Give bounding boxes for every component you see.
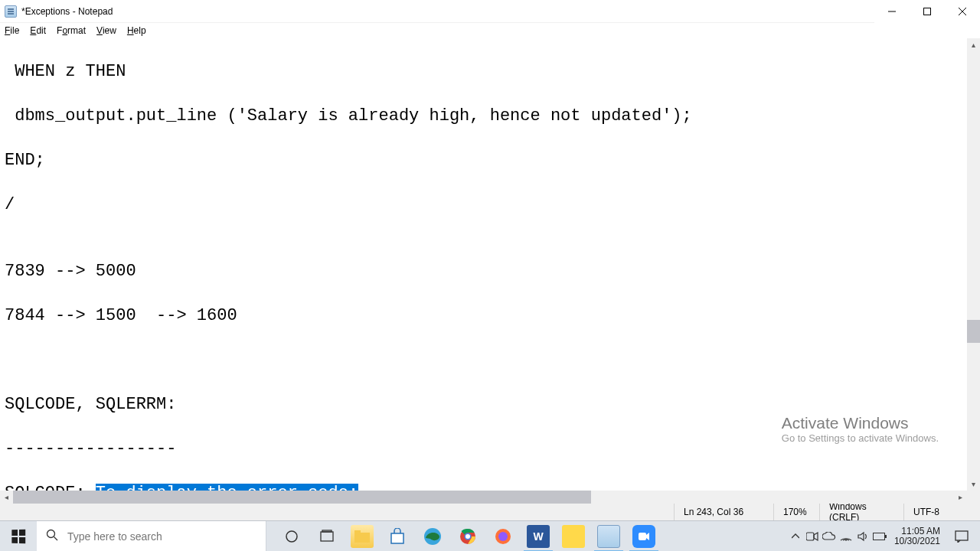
svg-rect-20: [873, 533, 884, 540]
tray-chevron-icon[interactable]: [787, 521, 804, 552]
search-box[interactable]: Type here to search: [37, 521, 266, 552]
svg-rect-19: [806, 533, 814, 540]
menubar: File Edit Format View Help: [0, 23, 980, 38]
vertical-scrollbar[interactable]: ▴ ▾: [967, 38, 980, 491]
encoding: UTF-8: [903, 504, 980, 520]
text-content[interactable]: WHEN z THEN dbms_output.put_line ('Salar…: [5, 38, 967, 491]
start-button[interactable]: [0, 521, 37, 552]
scroll-right-icon[interactable]: ▸: [954, 491, 967, 504]
svg-line-5: [54, 536, 58, 540]
edge-button[interactable]: [415, 521, 450, 552]
menu-help[interactable]: Help: [127, 25, 146, 36]
notepad-button[interactable]: [591, 521, 626, 552]
onedrive-icon[interactable]: [821, 521, 838, 552]
menu-file[interactable]: File: [5, 25, 19, 36]
chrome-button[interactable]: [450, 521, 485, 552]
code-line: -----------------: [5, 438, 967, 460]
horizontal-scrollbar[interactable]: ◂ ▸: [0, 491, 967, 504]
zoom-button[interactable]: [626, 521, 662, 552]
notifications-button[interactable]: [946, 521, 977, 552]
system-tray: 11:05 AM 10/30/2021: [787, 521, 980, 552]
svg-rect-10: [354, 530, 361, 534]
svg-rect-11: [391, 533, 403, 543]
zoom-level: 170%: [773, 504, 819, 520]
cortana-button[interactable]: [309, 521, 345, 552]
svg-rect-21: [885, 535, 887, 538]
clock-date: 10/30/2021: [894, 536, 940, 546]
svg-rect-8: [322, 530, 332, 532]
menu-view[interactable]: View: [96, 25, 116, 36]
app-icon: [5, 5, 17, 18]
svg-point-17: [498, 532, 508, 541]
search-icon: [46, 529, 58, 544]
close-button[interactable]: [945, 0, 980, 23]
code-line: END;: [5, 149, 967, 171]
code-line: /: [5, 194, 967, 216]
titlebar: *Exceptions - Notepad: [0, 0, 980, 23]
statusbar: Ln 243, Col 36 170% Windows (CRLF) UTF-8: [0, 504, 980, 520]
scroll-up-icon[interactable]: ▴: [967, 38, 980, 51]
file-explorer-button[interactable]: [345, 521, 380, 552]
svg-point-6: [286, 531, 297, 542]
editor-area[interactable]: WHEN z THEN dbms_output.put_line ('Salar…: [0, 38, 980, 504]
scroll-thumb[interactable]: [967, 320, 980, 343]
word-button[interactable]: W: [521, 521, 556, 552]
svg-point-4: [47, 530, 55, 537]
sticky-notes-button[interactable]: [556, 521, 591, 552]
code-line: SQLCODE, SQLERRM:: [5, 393, 967, 416]
menu-edit[interactable]: Edit: [30, 25, 46, 36]
svg-rect-1: [924, 8, 931, 15]
scroll-thumb[interactable]: [13, 491, 591, 504]
scroll-left-icon[interactable]: ◂: [0, 491, 13, 504]
taskbar: Type here to search W 11:05 AM 10/30/20: [0, 520, 980, 551]
store-button[interactable]: [380, 521, 415, 552]
meet-now-icon[interactable]: [804, 521, 821, 552]
svg-rect-18: [639, 533, 646, 540]
network-icon[interactable]: [838, 521, 854, 552]
code-line: 7839 --> 5000: [5, 260, 967, 282]
search-placeholder: Type here to search: [67, 530, 162, 543]
clock[interactable]: 11:05 AM 10/30/2021: [888, 527, 946, 546]
minimize-button[interactable]: [874, 0, 910, 23]
code-line: WHEN z THEN: [5, 60, 967, 83]
windows-icon: [11, 529, 25, 543]
maximize-button[interactable]: [910, 0, 945, 23]
task-view-button[interactable]: [274, 521, 309, 552]
clock-time: 11:05 AM: [894, 527, 940, 536]
svg-point-15: [466, 534, 470, 539]
code-line: dbms_output.put_line ('Salary is already…: [5, 105, 967, 127]
svg-rect-7: [321, 532, 333, 541]
volume-icon[interactable]: [854, 521, 871, 552]
line-ending: Windows (CRLF): [819, 504, 903, 520]
firefox-button[interactable]: [485, 521, 521, 552]
scrollbar-corner: [967, 491, 980, 504]
svg-rect-22: [956, 531, 968, 540]
scroll-down-icon[interactable]: ▾: [967, 478, 980, 491]
battery-icon[interactable]: [871, 521, 888, 552]
window-title: *Exceptions - Notepad: [21, 6, 113, 17]
menu-format[interactable]: Format: [57, 25, 86, 36]
cursor-position: Ln 243, Col 36: [674, 504, 773, 520]
code-line: 7844 --> 1500 --> 1600: [5, 305, 967, 327]
